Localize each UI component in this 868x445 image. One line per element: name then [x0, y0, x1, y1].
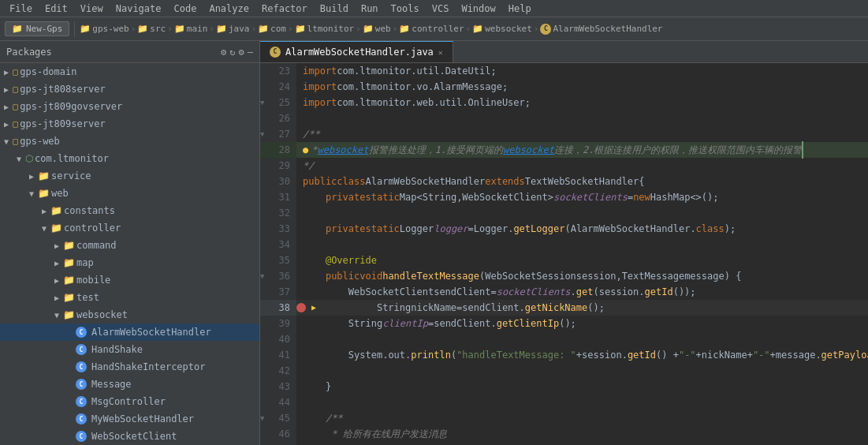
tree-item-handshake[interactable]: C HandShake	[0, 341, 259, 358]
line-36: ▼36	[260, 268, 296, 284]
dot: .	[462, 95, 468, 110]
tree-item-alarm-websocket-handler[interactable]: C AlarmWebSocketHandler	[0, 323, 259, 341]
tree-item-gps-jt809govserver[interactable]: ▶ ▢ gps-jt809govserver	[0, 98, 259, 115]
tree-item-gps-jt809server[interactable]: ▶ ▢ gps-jt809server	[0, 115, 259, 133]
keyword: private	[326, 189, 366, 205]
line-45: ▼45	[260, 410, 296, 426]
comment: /**	[303, 126, 320, 142]
menu-refactor[interactable]: Refactor	[255, 2, 314, 16]
menu-navigate[interactable]: Navigate	[110, 2, 168, 16]
tree-label: MyWebSocketHandler	[91, 413, 194, 424]
tree-item-gps-domain[interactable]: ▶ ▢ gps-domain	[0, 63, 259, 80]
menu-vcs[interactable]: VCS	[426, 2, 456, 16]
code-line-31: private static Map < String , WebSocketC…	[296, 189, 868, 205]
tree-item-handshake-interceptor[interactable]: C HandShakeInterceptor	[0, 358, 259, 376]
menu-file[interactable]: File	[3, 2, 39, 16]
breadcrumb-sep-1: ›	[167, 24, 173, 34]
indent-sp	[303, 221, 326, 237]
method: get	[576, 284, 594, 300]
tab-close-btn[interactable]: ✕	[438, 48, 443, 57]
menu-view[interactable]: View	[74, 2, 110, 16]
sidebar-settings-btn[interactable]: ⚙	[221, 47, 226, 58]
pkg: com.ltmonitor.vo	[337, 79, 428, 95]
class-icon: C	[76, 327, 87, 338]
breadcrumb-src[interactable]: 📁 src	[137, 24, 166, 34]
breadcrumb-ltmonitor[interactable]: 📁 ltmonitor	[295, 24, 355, 34]
tree-item-message[interactable]: C Message	[0, 376, 259, 393]
line-27: ▼27	[260, 126, 296, 142]
tree-item-msg-controller[interactable]: C MsgController	[0, 393, 259, 410]
tree-item-command[interactable]: ▶ 📁 command	[0, 237, 259, 254]
comma: ,	[456, 189, 462, 205]
tree-label: constants	[64, 205, 115, 216]
comment: * 给所有在线用户发送消息	[331, 426, 446, 442]
menu-tools[interactable]: Tools	[385, 2, 426, 16]
classname: WebSocketSession	[485, 268, 576, 284]
menu-code[interactable]: Code	[168, 2, 203, 16]
class-icon: C	[76, 413, 87, 424]
semi: ;	[502, 79, 508, 95]
tree-item-gps-web[interactable]: ▼ ▢ gps-web	[0, 133, 259, 150]
breadcrumb-bar: 📁 gps-web › 📁 src › 📁 main › 📁 java › 📁 …	[80, 24, 863, 35]
tree-item-websocket-client[interactable]: C WebSocketClient	[0, 428, 259, 445]
tree-item-gps-jt808server[interactable]: ▶ ▢ gps-jt808server	[0, 80, 259, 98]
tree-item-controller[interactable]: ▼ 📁 controller	[0, 219, 259, 237]
code-content[interactable]: import com.ltmonitor.util . DateUtil ; i…	[296, 63, 868, 445]
tree-item-mobile[interactable]: ▶ 📁 mobile	[0, 271, 259, 289]
toolbar-separator	[74, 21, 75, 37]
menu-analyze[interactable]: Analyze	[203, 2, 255, 16]
tree-item-map[interactable]: ▶ 📁 map	[0, 254, 259, 271]
line-31: 31	[260, 189, 296, 205]
keyword: import	[303, 63, 337, 79]
menu-run[interactable]: Run	[355, 2, 385, 16]
sidebar-tree: ▶ ▢ gps-domain ▶ ▢ gps-jt808server ▶ ▢ g…	[0, 63, 259, 445]
tree-label: service	[51, 170, 91, 181]
breadcrumb-controller[interactable]: 📁 controller	[399, 24, 464, 34]
folder-icon: 📁	[216, 24, 227, 34]
line-23: 23	[260, 63, 296, 79]
tree-item-service[interactable]: ▶ 📁 service	[0, 167, 259, 185]
sidebar-sync-btn[interactable]: ↻	[229, 47, 235, 58]
tree-item-test[interactable]: ▶ 📁 test	[0, 289, 259, 306]
tree-item-com-ltmonitor[interactable]: ▼ ⬡ com.ltmonitor	[0, 150, 259, 167]
brace: {	[639, 174, 644, 189]
breadcrumb-java[interactable]: 📁 java	[216, 24, 250, 34]
menu-window[interactable]: Window	[455, 2, 501, 16]
line-24: 24	[260, 79, 296, 95]
breadcrumb-gps-web[interactable]: 📁 gps-web	[80, 24, 129, 34]
menu-help[interactable]: Help	[502, 2, 538, 16]
pkg: com.ltmonitor.web.util	[337, 95, 462, 110]
breadcrumb-com[interactable]: 📁 com	[258, 24, 286, 34]
tab-alarm-websocket-handler[interactable]: C AlarmWebSocketHandler.java ✕	[260, 41, 453, 62]
tree-item-constants[interactable]: ▶ 📁 constants	[0, 202, 259, 219]
sendclient: sendClient	[434, 316, 490, 331]
close-paren: );	[725, 221, 736, 237]
folder-icon: 📁	[174, 24, 185, 34]
breadcrumb-main[interactable]: 📁 main	[174, 24, 208, 34]
sidebar-gear-btn[interactable]: ⚙	[239, 47, 244, 58]
breadcrumb-websocket[interactable]: 📁 websocket	[472, 24, 532, 34]
tree-item-my-websocket-handler[interactable]: C MyWebSocketHandler	[0, 410, 259, 428]
breadcrumb-label: AlarmWebSocketHandler	[553, 24, 662, 34]
sidebar-collapse-btn[interactable]: —	[248, 47, 253, 58]
menu-edit[interactable]: Edit	[39, 2, 74, 16]
classname: String	[377, 300, 411, 316]
breadcrumb-web[interactable]: 📁 web	[363, 24, 391, 34]
line-37: 37	[260, 284, 296, 300]
keyword: class	[696, 221, 725, 237]
keyword: public	[326, 268, 359, 284]
breadcrumb-class[interactable]: C AlarmWebSocketHandler	[540, 24, 662, 35]
code-line-35: @Override	[296, 252, 868, 268]
class-icon: C	[76, 344, 87, 355]
tree-item-websocket[interactable]: ▼ 📁 websocket	[0, 306, 259, 323]
indent-sp	[303, 442, 331, 445]
folder-icon: 📁	[295, 24, 306, 34]
line-46: 46	[260, 426, 296, 442]
parens: (	[479, 268, 485, 284]
tree-item-web[interactable]: ▼ 📁 web	[0, 185, 259, 202]
menu-build[interactable]: Build	[314, 2, 355, 16]
classname: TextWebSocketHandler	[525, 174, 639, 189]
indent-sp	[303, 268, 326, 284]
project-selector[interactable]: 📁 New-Gps	[5, 21, 69, 36]
tree-label: web	[51, 188, 69, 199]
